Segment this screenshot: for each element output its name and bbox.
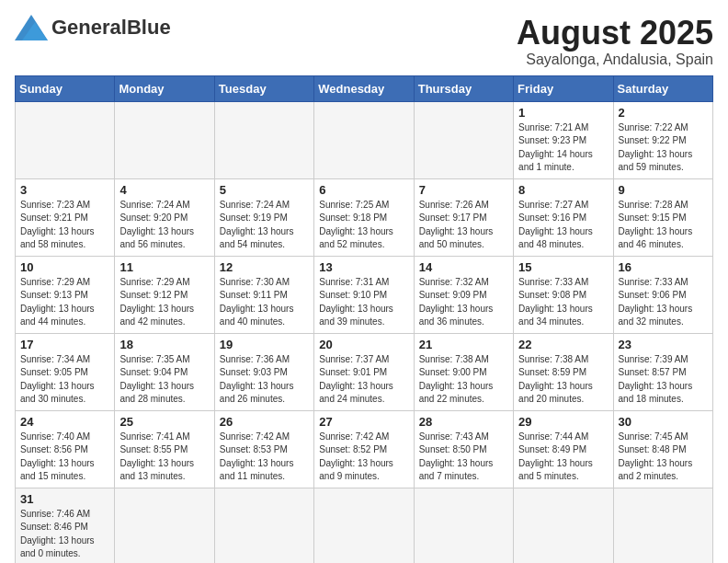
calendar-day-cell: 1Sunrise: 7:21 AM Sunset: 9:23 PM Daylig… xyxy=(514,101,613,178)
calendar-week-row: 17Sunrise: 7:34 AM Sunset: 9:05 PM Dayli… xyxy=(16,333,713,410)
day-number: 25 xyxy=(119,415,209,429)
day-number: 23 xyxy=(619,338,708,351)
day-number: 2 xyxy=(619,106,708,120)
day-info: Sunrise: 7:42 AM Sunset: 8:52 PM Dayligh… xyxy=(319,431,408,484)
day-info: Sunrise: 7:37 AM Sunset: 9:01 PM Dayligh… xyxy=(319,353,408,407)
day-info: Sunrise: 7:30 AM Sunset: 9:11 PM Dayligh… xyxy=(220,276,309,329)
day-info: Sunrise: 7:43 AM Sunset: 8:50 PM Dayligh… xyxy=(419,431,508,484)
day-number: 11 xyxy=(119,260,209,274)
day-number: 13 xyxy=(319,260,408,274)
day-info: Sunrise: 7:41 AM Sunset: 8:55 PM Dayligh… xyxy=(119,431,209,484)
calendar-day-cell: 3Sunrise: 7:23 AM Sunset: 9:21 PM Daylig… xyxy=(16,178,115,256)
calendar-day-cell: 23Sunrise: 7:39 AM Sunset: 8:57 PM Dayli… xyxy=(613,333,712,410)
calendar-day-cell: 6Sunrise: 7:25 AM Sunset: 9:18 PM Daylig… xyxy=(314,178,414,256)
calendar-week-row: 3Sunrise: 7:23 AM Sunset: 9:21 PM Daylig… xyxy=(16,178,713,256)
day-info: Sunrise: 7:46 AM Sunset: 8:46 PM Dayligh… xyxy=(20,508,109,561)
calendar-week-row: 31Sunrise: 7:46 AM Sunset: 8:46 PM Dayli… xyxy=(16,488,713,563)
day-number: 29 xyxy=(518,415,608,429)
day-info: Sunrise: 7:35 AM Sunset: 9:04 PM Dayligh… xyxy=(119,353,209,407)
day-number: 17 xyxy=(20,338,109,351)
calendar-day-cell: 17Sunrise: 7:34 AM Sunset: 9:05 PM Dayli… xyxy=(16,333,115,410)
calendar-day-cell xyxy=(16,101,115,178)
day-number: 28 xyxy=(419,415,508,429)
calendar-day-cell: 13Sunrise: 7:31 AM Sunset: 9:10 PM Dayli… xyxy=(314,256,414,333)
day-number: 26 xyxy=(220,415,309,429)
header-tuesday: Tuesday xyxy=(214,75,313,101)
calendar-day-cell: 10Sunrise: 7:29 AM Sunset: 9:13 PM Dayli… xyxy=(16,256,115,333)
calendar-day-cell xyxy=(414,488,513,563)
day-info: Sunrise: 7:45 AM Sunset: 8:48 PM Dayligh… xyxy=(619,431,708,484)
day-number: 22 xyxy=(518,338,608,351)
day-number: 4 xyxy=(119,183,209,197)
calendar-week-row: 1Sunrise: 7:21 AM Sunset: 9:23 PM Daylig… xyxy=(16,101,713,178)
calendar-day-cell: 30Sunrise: 7:45 AM Sunset: 8:48 PM Dayli… xyxy=(613,410,712,488)
calendar-day-cell: 4Sunrise: 7:24 AM Sunset: 9:20 PM Daylig… xyxy=(115,178,214,256)
calendar-day-cell: 20Sunrise: 7:37 AM Sunset: 9:01 PM Dayli… xyxy=(314,333,414,410)
day-number: 15 xyxy=(518,260,608,274)
calendar: Sunday Monday Tuesday Wednesday Thursday… xyxy=(15,75,713,563)
day-number: 12 xyxy=(220,260,309,274)
day-info: Sunrise: 7:28 AM Sunset: 9:15 PM Dayligh… xyxy=(619,199,708,252)
day-number: 18 xyxy=(119,338,209,351)
calendar-week-row: 10Sunrise: 7:29 AM Sunset: 9:13 PM Dayli… xyxy=(16,256,713,333)
day-info: Sunrise: 7:34 AM Sunset: 9:05 PM Dayligh… xyxy=(20,353,109,407)
location-title: Sayalonga, Andalusia, Spain xyxy=(517,52,713,68)
day-info: Sunrise: 7:39 AM Sunset: 8:57 PM Dayligh… xyxy=(619,353,708,407)
calendar-day-cell: 12Sunrise: 7:30 AM Sunset: 9:11 PM Dayli… xyxy=(214,256,313,333)
day-number: 20 xyxy=(319,338,408,351)
calendar-day-cell: 31Sunrise: 7:46 AM Sunset: 8:46 PM Dayli… xyxy=(16,488,115,563)
header-monday: Monday xyxy=(115,75,214,101)
calendar-day-cell: 8Sunrise: 7:27 AM Sunset: 9:16 PM Daylig… xyxy=(514,178,613,256)
calendar-week-row: 24Sunrise: 7:40 AM Sunset: 8:56 PM Dayli… xyxy=(16,410,713,488)
calendar-day-cell: 16Sunrise: 7:33 AM Sunset: 9:06 PM Dayli… xyxy=(613,256,712,333)
calendar-day-cell: 21Sunrise: 7:38 AM Sunset: 9:00 PM Dayli… xyxy=(414,333,513,410)
weekday-header-row: Sunday Monday Tuesday Wednesday Thursday… xyxy=(16,75,713,101)
day-info: Sunrise: 7:38 AM Sunset: 9:00 PM Dayligh… xyxy=(419,353,508,407)
title-area: August 2025 Sayalonga, Andalusia, Spain xyxy=(517,15,713,68)
calendar-day-cell: 28Sunrise: 7:43 AM Sunset: 8:50 PM Dayli… xyxy=(414,410,513,488)
day-info: Sunrise: 7:33 AM Sunset: 9:06 PM Dayligh… xyxy=(619,276,708,329)
calendar-day-cell: 24Sunrise: 7:40 AM Sunset: 8:56 PM Dayli… xyxy=(16,410,115,488)
day-info: Sunrise: 7:40 AM Sunset: 8:56 PM Dayligh… xyxy=(20,431,109,484)
calendar-day-cell: 5Sunrise: 7:24 AM Sunset: 9:19 PM Daylig… xyxy=(214,178,313,256)
calendar-day-cell xyxy=(314,101,414,178)
logo-normal-text: General xyxy=(51,16,127,39)
calendar-day-cell: 25Sunrise: 7:41 AM Sunset: 8:55 PM Dayli… xyxy=(115,410,214,488)
logo-bold-text: Blue xyxy=(127,16,171,39)
day-number: 3 xyxy=(20,183,109,197)
day-info: Sunrise: 7:31 AM Sunset: 9:10 PM Dayligh… xyxy=(319,276,408,329)
header: GeneralBlue August 2025 Sayalonga, Andal… xyxy=(15,15,713,68)
day-info: Sunrise: 7:42 AM Sunset: 8:53 PM Dayligh… xyxy=(220,431,309,484)
day-info: Sunrise: 7:24 AM Sunset: 9:19 PM Dayligh… xyxy=(220,199,309,252)
calendar-day-cell xyxy=(514,488,613,563)
calendar-day-cell xyxy=(115,101,214,178)
calendar-day-cell: 7Sunrise: 7:26 AM Sunset: 9:17 PM Daylig… xyxy=(414,178,513,256)
calendar-day-cell: 26Sunrise: 7:42 AM Sunset: 8:53 PM Dayli… xyxy=(214,410,313,488)
day-number: 5 xyxy=(220,183,309,197)
calendar-day-cell: 9Sunrise: 7:28 AM Sunset: 9:15 PM Daylig… xyxy=(613,178,712,256)
calendar-day-cell xyxy=(115,488,214,563)
day-info: Sunrise: 7:29 AM Sunset: 9:12 PM Dayligh… xyxy=(119,276,209,329)
day-number: 21 xyxy=(419,338,508,351)
calendar-day-cell xyxy=(414,101,513,178)
header-wednesday: Wednesday xyxy=(314,75,414,101)
header-saturday: Saturday xyxy=(613,75,712,101)
day-number: 16 xyxy=(619,260,708,274)
logo: GeneralBlue xyxy=(15,15,171,40)
header-thursday: Thursday xyxy=(414,75,513,101)
day-number: 9 xyxy=(619,183,708,197)
day-number: 7 xyxy=(419,183,508,197)
calendar-day-cell: 14Sunrise: 7:32 AM Sunset: 9:09 PM Dayli… xyxy=(414,256,513,333)
calendar-day-cell: 22Sunrise: 7:38 AM Sunset: 8:59 PM Dayli… xyxy=(514,333,613,410)
calendar-day-cell: 29Sunrise: 7:44 AM Sunset: 8:49 PM Dayli… xyxy=(514,410,613,488)
calendar-day-cell: 15Sunrise: 7:33 AM Sunset: 9:08 PM Dayli… xyxy=(514,256,613,333)
day-info: Sunrise: 7:27 AM Sunset: 9:16 PM Dayligh… xyxy=(518,199,608,252)
day-number: 24 xyxy=(20,415,109,429)
day-number: 8 xyxy=(518,183,608,197)
calendar-day-cell: 18Sunrise: 7:35 AM Sunset: 9:04 PM Dayli… xyxy=(115,333,214,410)
header-sunday: Sunday xyxy=(16,75,115,101)
day-number: 31 xyxy=(20,492,109,506)
day-number: 27 xyxy=(319,415,408,429)
day-info: Sunrise: 7:29 AM Sunset: 9:13 PM Dayligh… xyxy=(20,276,109,329)
calendar-day-cell: 2Sunrise: 7:22 AM Sunset: 9:22 PM Daylig… xyxy=(613,101,712,178)
